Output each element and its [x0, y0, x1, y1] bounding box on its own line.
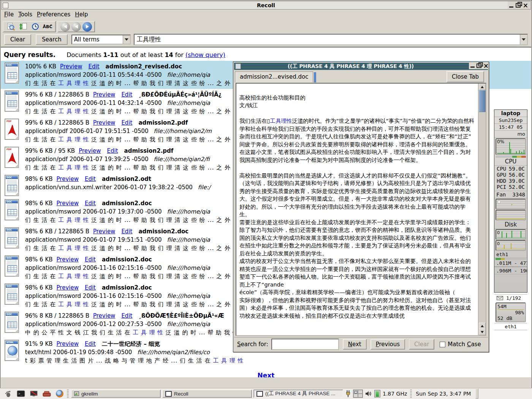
- preview-link[interactable]: Preview: [93, 119, 115, 126]
- close-tab-button[interactable]: Close Tab: [446, 71, 484, 82]
- document-history-icon[interactable]: [30, 22, 41, 32]
- edit-link[interactable]: Edit: [121, 119, 132, 126]
- task-button-recoll[interactable]: Recoll: [162, 390, 252, 398]
- preview-scrollbar[interactable]: [478, 84, 486, 335]
- close-icon[interactable]: ×: [523, 3, 528, 8]
- text-segment: 们 生 活 在: [25, 136, 58, 143]
- doc-file-icon: DOC: [5, 312, 19, 333]
- menu-tools[interactable]: Tools: [18, 10, 35, 19]
- menu-preferences[interactable]: Preferences: [37, 10, 73, 19]
- active-tab-marker: [314, 72, 316, 82]
- edit-link[interactable]: Edit: [85, 176, 96, 182]
- result-mimetype-date: application/pdf 2006-01-07 19:39:25 -050…: [25, 156, 149, 163]
- preview-link[interactable]: Preview: [57, 340, 79, 347]
- preview-tab[interactable]: admission2...evised.doc: [235, 71, 313, 82]
- task-button-label: Recoll: [174, 391, 188, 397]
- power-plug-icon[interactable]: [345, 390, 351, 397]
- find-input[interactable]: [271, 339, 339, 350]
- doc-file-icon: DOC: [5, 62, 19, 84]
- preview-link[interactable]: Preview: [93, 312, 115, 319]
- scrollbar-thumb[interactable]: [479, 90, 486, 112]
- find-previous-button[interactable]: Previous: [370, 339, 405, 350]
- next-page-link[interactable]: Next: [258, 372, 275, 377]
- edit-link[interactable]: Edit: [85, 340, 96, 347]
- menu-help[interactable]: Help: [75, 10, 91, 19]
- match-case-checkbox[interactable]: [440, 342, 445, 347]
- edit-link[interactable]: Edit: [121, 312, 132, 319]
- terminal-icon[interactable]: >_: [16, 389, 26, 398]
- temp-label: PCI: [497, 184, 506, 190]
- chevron-down-icon[interactable]: [123, 35, 130, 44]
- maximize-icon[interactable]: [477, 63, 481, 68]
- advanced-search-icon[interactable]: [6, 22, 16, 32]
- find-next-button[interactable]: Next: [343, 339, 367, 350]
- document-line: [239, 164, 475, 172]
- result-title-line: 99% 6 KB / 1228865 BPreviewEditadmission…: [25, 119, 239, 127]
- battery-icon[interactable]: [374, 390, 380, 397]
- preview-link[interactable]: Preview: [79, 147, 101, 154]
- preview-link[interactable]: Preview: [57, 200, 79, 207]
- system-tray: 1.87 GHz: [345, 390, 413, 398]
- scroll-up-icon[interactable]: [479, 323, 486, 329]
- clear-button[interactable]: Clear: [4, 34, 31, 45]
- find-clear-button[interactable]: Clear: [409, 339, 434, 350]
- result-meta-line: application/msword 2006-01-11 05:54:44 -…: [25, 71, 239, 79]
- preview-link[interactable]: Preview: [57, 284, 79, 291]
- result-file-url: file:///home/qia: [167, 208, 211, 215]
- term-explorer-icon[interactable]: ÅBĈ: [42, 22, 53, 32]
- next-page-icon[interactable]: [82, 22, 92, 32]
- panel-hide-button[interactable]: [475, 389, 478, 399]
- taskbar-clock[interactable]: Sun Sep 23, 3:47 PM: [416, 391, 471, 397]
- task-button-preview[interactable]: ((工 PHRASE 4 具 PHRASE ...: [253, 390, 343, 398]
- query-input[interactable]: [135, 36, 520, 44]
- show-query-link[interactable]: (show query): [185, 51, 225, 59]
- preview-link[interactable]: Preview: [57, 256, 79, 263]
- main-titlebar[interactable]: Recoll ×: [1, 1, 531, 10]
- preview-titlebar[interactable]: ((工 PHRASE 4 具 PHRASE 4 理 PHRASE 4 性)): [234, 63, 488, 70]
- eth-label: eth1: [496, 252, 508, 257]
- preview-link[interactable]: Preview: [60, 63, 82, 70]
- task-button-gkrellm[interactable]: gkrellm: [71, 390, 161, 398]
- edit-link[interactable]: Edit: [85, 200, 96, 207]
- gnome-foot-icon[interactable]: [3, 389, 13, 398]
- sort-parameters-icon[interactable]: [18, 22, 28, 32]
- previous-page-icon[interactable]: [71, 22, 81, 32]
- result-mimetype-date: text/html 2006-01-19 05:09:48 -0500: [25, 349, 132, 356]
- first-page-icon[interactable]: [60, 22, 70, 32]
- close-icon[interactable]: ×: [483, 63, 489, 68]
- fan-value: 3348: [512, 192, 525, 198]
- minimize-icon[interactable]: [509, 6, 513, 8]
- result-text: 98% 6 KB / 1228865 BPreviewEditadmission…: [25, 227, 239, 252]
- scroll-down-icon[interactable]: [479, 329, 486, 335]
- minimize-icon[interactable]: [470, 66, 475, 68]
- preview-link[interactable]: Preview: [93, 228, 115, 235]
- typewriter-icon[interactable]: [42, 389, 52, 398]
- edit-link[interactable]: Edit: [121, 91, 132, 98]
- workspace-pager[interactable]: [353, 390, 363, 398]
- result-file-url: file:///home/qia: [167, 264, 211, 271]
- edit-link[interactable]: Edit: [88, 63, 99, 70]
- restore-icon[interactable]: [516, 3, 521, 8]
- edit-link[interactable]: Edit: [121, 228, 132, 235]
- for-word: for: [175, 51, 184, 59]
- lock-screen-icon[interactable]: [29, 389, 39, 398]
- edit-link[interactable]: Edit: [85, 284, 96, 291]
- menu-file[interactable]: File: [4, 10, 17, 19]
- search-mode-combobox[interactable]: All terms: [71, 35, 131, 44]
- result-score-size: 100% 6 KB: [25, 63, 56, 70]
- firefox-icon[interactable]: [55, 389, 65, 398]
- gkrellm-monitor[interactable]: laptop Sun23Sep 15:47 05 mo 0% CPU CPU59…: [494, 109, 527, 293]
- preview-link[interactable]: Preview: [57, 176, 79, 182]
- preview-content[interactable]: 高校招生的社会功能和目的文/钱江 我们生活在▯工具理性泛滥的时代。作为“世之显学…: [236, 83, 486, 336]
- search-button[interactable]: Search: [36, 34, 68, 45]
- scroll-up-icon[interactable]: [479, 84, 486, 90]
- result-text: 98% 6 KBPreviewEditadmission2.docapplica…: [25, 255, 239, 280]
- text-segment: 泛 滥 的 时 ... 帮 助 我 们 理 清 这 些 纷 ... 之 外 的: [89, 80, 239, 87]
- edit-link[interactable]: Edit: [107, 147, 118, 154]
- volume-icon[interactable]: [365, 391, 372, 397]
- result-text: 91% 9 KBPreviewEdit二十一世纪经济 – 细览text/html…: [25, 340, 244, 365]
- preview-link[interactable]: Preview: [93, 91, 115, 98]
- result-score-size: 98% 6 KB: [25, 256, 53, 263]
- edit-link[interactable]: Edit: [85, 256, 96, 263]
- query-history-dropdown-icon[interactable]: [520, 35, 527, 44]
